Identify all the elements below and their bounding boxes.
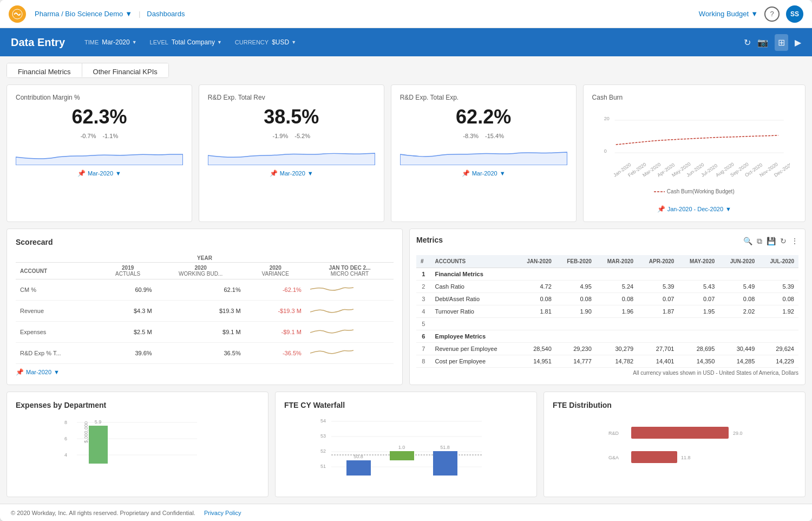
col-num: # <box>416 255 431 268</box>
year-header: YEAR <box>16 253 394 263</box>
scorecard-row-expenses: Expenses $2.5 M $9.1 M -$9.1 M <box>16 322 394 343</box>
col-micro-chart: JAN TO DEC 2...MICRO CHART <box>306 263 394 279</box>
svg-text:52: 52 <box>320 448 326 454</box>
kpi-value-cm: 62.3% <box>16 106 183 128</box>
footer: © 2020 Workday, Inc. All rights reserved… <box>0 504 812 521</box>
page-title: Data Entry <box>11 36 65 49</box>
col-jun: JUN-2020 <box>719 255 759 268</box>
svg-text:11.8: 11.8 <box>681 455 691 460</box>
user-avatar[interactable]: SS <box>786 5 803 23</box>
kpi-title-cm: Contribution Margin % <box>16 94 183 101</box>
kpi-footer-rd-rev[interactable]: 📌 Mar-2020 ▼ <box>208 170 375 177</box>
fte-distribution-chart: FTE Distribution R&D 29.0 G&A 11.8 <box>543 392 806 497</box>
metrics-section-employee: 6 Employee Metrics <box>416 330 798 343</box>
svg-rect-36 <box>346 460 371 476</box>
svg-text:4: 4 <box>64 452 67 458</box>
metrics-note: All currency values shown in USD - Unite… <box>416 370 798 376</box>
pin-icon-3: 📌 <box>462 170 470 177</box>
kpi-sparkline-cm <box>16 144 183 165</box>
cash-burn-chart: 20 0 Jan-2020 Feb-2020 Mar-2020 Apr-2020… <box>592 106 796 201</box>
svg-text:29.0: 29.0 <box>733 431 743 436</box>
scorecard-card: Scorecard YEAR ACCOUNT 2019ACTUALS 2020W… <box>6 229 403 385</box>
tabs-row: Financial Metrics Other Financial KPIs <box>6 63 169 78</box>
level-filter[interactable]: LEVEL Total Company ▼ <box>150 38 222 46</box>
svg-rect-43 <box>631 427 729 439</box>
search-icon[interactable]: 🔍 <box>743 237 752 246</box>
svg-rect-25 <box>89 426 108 464</box>
grid-icon[interactable]: ⊞ <box>775 34 788 51</box>
copy-icon[interactable]: ⧉ <box>757 237 762 246</box>
metrics-table: # ACCOUNTS JAN-2020 FEB-2020 MAR-2020 AP… <box>416 255 798 368</box>
metrics-row-cost-per-emp: 8 Cost per Employee 14,95114,77714,78214… <box>416 355 798 368</box>
col-jan: JAN-2020 <box>516 255 556 268</box>
metrics-row-debt-ratio: 3 Debt/Asset Ratio 0.080.080.080.070.070… <box>416 293 798 305</box>
save-icon[interactable]: 💾 <box>767 237 776 246</box>
more-icon[interactable]: ⋮ <box>791 237 798 246</box>
copyright-text: © 2020 Workday, Inc. All rights reserved… <box>11 510 195 516</box>
svg-rect-46 <box>631 451 677 463</box>
col-account: ACCOUNT <box>16 263 100 279</box>
col-variance: 2020VARIANCE <box>245 263 306 279</box>
header-bar: Data Entry TIME Mar-2020 ▼ LEVEL Total C… <box>0 28 812 56</box>
col-feb: FEB-2020 <box>556 255 596 268</box>
svg-text:8: 8 <box>64 420 67 425</box>
main-content: Financial Metrics Other Financial KPIs C… <box>0 56 812 504</box>
kpi-row: Contribution Margin % 62.3% -0.7% -1.1% … <box>6 84 806 222</box>
nav-separator: | <box>139 10 140 18</box>
kpi-footer-cash-burn[interactable]: 📌 Jan-2020 - Dec-2020 ▼ <box>592 205 796 213</box>
fte-waterfall-chart: FTE CY Waterfall 54 53 52 51 50 <box>275 392 537 497</box>
kpi-footer-cm[interactable]: 📌 Mar-2020 ▼ <box>16 170 183 177</box>
charts-row: Expenses by Department 8 6 4 $,000,000 5… <box>6 392 806 497</box>
header-icons: ↻ 📷 ⊞ ▶ <box>744 34 801 51</box>
svg-text:1.0: 1.0 <box>398 445 405 450</box>
kpi-changes-cm: -0.7% -1.1% <box>16 133 183 139</box>
kpi-footer-rd-exp[interactable]: 📌 Mar-2020 ▼ <box>400 170 567 177</box>
tab-financial-metrics[interactable]: Financial Metrics <box>7 63 82 77</box>
currency-filter[interactable]: CURRENCY $USD ▼ <box>235 38 296 46</box>
kpi-title-rd-rev: R&D Exp. Total Rev <box>208 94 375 101</box>
metrics-tools: 🔍 ⧉ 💾 ↻ ⋮ <box>743 237 798 246</box>
kpi-card-rd-exp: R&D Exp. Total Exp. 62.2% -8.3% -15.4% 📌… <box>391 84 577 222</box>
svg-rect-38 <box>390 451 414 460</box>
refresh-icon[interactable]: ↻ <box>744 37 751 48</box>
col-apr: APR-2020 <box>638 255 678 268</box>
svg-text:51.8: 51.8 <box>440 445 450 450</box>
metrics-section-financial: 1 Financial Metrics <box>416 268 798 281</box>
scorecard-table: YEAR ACCOUNT 2019ACTUALS 2020WORKING BUD… <box>16 253 394 364</box>
metrics-card: Metrics 🔍 ⧉ 💾 ↻ ⋮ # ACCOUNTS JAN <box>409 229 806 385</box>
time-filter[interactable]: TIME Mar-2020 ▼ <box>84 38 137 46</box>
camera-icon[interactable]: 📷 <box>757 37 768 48</box>
pin-icon-2: 📌 <box>270 170 278 177</box>
refresh-icon-metrics[interactable]: ↻ <box>780 237 787 246</box>
metrics-title: Metrics <box>416 236 443 244</box>
kpi-sparkline-rd-rev <box>208 144 375 165</box>
video-icon[interactable]: ▶ <box>795 37 801 48</box>
svg-text:$,000,000: $,000,000 <box>83 421 89 443</box>
working-budget-button[interactable]: Working Budget ▼ <box>699 10 758 18</box>
scorecard-row-rd-exp: R&D Exp % T... 39.6% 36.5% -36.5% <box>16 343 394 364</box>
help-button[interactable]: ? <box>764 6 780 22</box>
svg-text:51: 51 <box>320 464 326 469</box>
scorecard-title: Scorecard <box>16 238 394 246</box>
col-2020-budget: 2020WORKING BUD... <box>156 263 245 279</box>
nav-dashboards[interactable]: Dashboards <box>147 10 185 18</box>
nav-breadcrumb[interactable]: Pharma / Bio Science Demo ▼ <box>35 10 132 18</box>
kpi-sparkline-rd-exp <box>400 144 567 165</box>
kpi-card-cm: Contribution Margin % 62.3% -0.7% -1.1% … <box>6 84 192 222</box>
scorecard-metrics-row: Scorecard YEAR ACCOUNT 2019ACTUALS 2020W… <box>6 229 806 385</box>
scorecard-footer[interactable]: 📌 Mar-2020 ▼ <box>16 368 394 376</box>
privacy-policy-link[interactable]: Privacy Policy <box>204 510 241 516</box>
col-2019: 2019ACTUALS <box>100 263 156 279</box>
svg-rect-40 <box>433 451 457 476</box>
svg-text:6: 6 <box>64 436 67 441</box>
company-name[interactable]: Pharma / Bio Science Demo <box>35 10 123 18</box>
metrics-row-rev-per-emp: 7 Revenue per Employee 28,54029,23030,27… <box>416 343 798 355</box>
kpi-card-rd-rev: R&D Exp. Total Rev 38.5% -1.9% -5.2% 📌 M… <box>199 84 384 222</box>
scorecard-row-revenue: Revenue $4.3 M $19.3 M -$19.3 M <box>16 301 394 322</box>
time-dropdown-arrow: ▼ <box>132 40 137 45</box>
svg-text:53: 53 <box>320 433 326 439</box>
top-navigation: Pharma / Bio Science Demo ▼ | Dashboards… <box>0 0 812 28</box>
kpi-value-rd-exp: 62.2% <box>400 106 567 128</box>
col-mar: MAR-2020 <box>596 255 638 268</box>
tab-other-kpis[interactable]: Other Financial KPIs <box>82 63 168 77</box>
